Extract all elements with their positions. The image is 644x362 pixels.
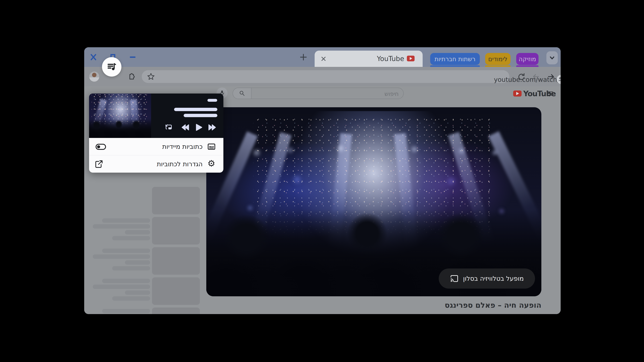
next-track-icon[interactable]: [208, 124, 216, 131]
window-close-icon[interactable]: [90, 53, 97, 61]
search-bar[interactable]: חיפוש: [232, 88, 404, 99]
media-controls-icon: [106, 61, 117, 72]
skeleton-list-item: [89, 217, 200, 245]
cast-toast[interactable]: מופעל בטלוויזיה בסלון: [439, 269, 535, 289]
live-captions-icon: [207, 142, 216, 151]
caption-settings-label: הגדרות לכתוביות: [157, 160, 202, 168]
live-captions-label: כתוביות מיידיות: [162, 143, 202, 150]
tab-strip: YouTube רשתות חברתיות לימודים מוזיקה: [84, 47, 561, 67]
chevron-down-icon: [549, 54, 556, 61]
captions-section: כתוביות מיידיות ⚙ הגדרות לכתוביות: [89, 138, 224, 173]
media-controls-popup: כתוביות מיידיות ⚙ הגדרות לכתוביות: [89, 93, 224, 173]
settings-gear-icon: ⚙: [208, 158, 215, 168]
tab-search-button[interactable]: [546, 51, 558, 64]
media-controls-button[interactable]: [102, 57, 122, 77]
picture-in-picture-icon[interactable]: [164, 123, 173, 132]
profile-avatar[interactable]: [89, 71, 99, 82]
skeleton-title-bar: [174, 108, 217, 111]
skeleton-artist-bar: [184, 114, 217, 117]
cast-toast-label: מופעל בטלוויזיה בסלון: [463, 275, 524, 282]
tab-group-music[interactable]: מוזיקה: [516, 53, 538, 65]
caption-settings-row[interactable]: ⚙ הגדרות לכתוביות: [89, 155, 224, 173]
extensions-puzzle-icon[interactable]: [127, 72, 135, 81]
skeleton-thumbnail: [152, 217, 200, 245]
new-tab-button[interactable]: [299, 53, 308, 61]
tab-group-music-underline: [516, 65, 538, 67]
tab-group-studies[interactable]: לימודים: [485, 53, 510, 65]
album-art: [89, 93, 151, 138]
youtube-logo-icon[interactable]: [513, 90, 522, 96]
search-icon: [239, 90, 245, 97]
skeleton-thumbnail: [152, 308, 200, 314]
open-in-new-icon: [95, 160, 103, 168]
video-title: הופעה חיה – פאלם ספרינגס: [206, 301, 541, 309]
window-minimize-icon[interactable]: [129, 53, 136, 61]
skeleton-thumbnail: [152, 187, 200, 214]
skeleton-list-item: [89, 277, 200, 305]
youtube-favicon-icon: [407, 56, 414, 61]
previous-track-icon[interactable]: [182, 124, 190, 131]
tab-group-social[interactable]: רשתות חברתיות: [430, 53, 480, 65]
skeleton-thumbnail: [152, 247, 200, 275]
hamburger-menu-icon[interactable]: [547, 91, 554, 96]
play-icon[interactable]: [196, 123, 203, 131]
browser-toolbar: youtube.com/watch/: [84, 67, 561, 86]
tab-group-social-underline: [430, 65, 480, 67]
address-bar[interactable]: youtube.com/watch/: [142, 70, 509, 83]
live-captions-row[interactable]: כתוביות מיידיות: [89, 138, 224, 155]
forward-arrow-icon[interactable]: [532, 72, 540, 81]
video-player[interactable]: מופעל בטלוויזיה בסלון: [206, 107, 541, 296]
cast-icon: [450, 275, 459, 282]
skeleton-source-bar: [208, 99, 217, 102]
skeleton-thumbnail: [152, 277, 200, 305]
active-tab[interactable]: YouTube: [314, 51, 422, 67]
tune-icon: [558, 76, 561, 82]
skeleton-list-item: [89, 247, 200, 275]
concert-scene: [206, 107, 541, 296]
now-playing-card[interactable]: [89, 93, 224, 138]
tab-title: YouTube: [377, 55, 404, 62]
search-button[interactable]: [233, 88, 252, 99]
skeleton-list-item: [89, 308, 200, 314]
related-videos-skeleton: [89, 187, 200, 314]
tab-group-studies-underline: [485, 65, 510, 67]
tab-close-icon[interactable]: [321, 56, 326, 62]
skeleton-list-item: [89, 187, 200, 214]
live-captions-toggle[interactable]: [96, 144, 106, 150]
reload-icon[interactable]: [517, 72, 526, 81]
back-arrow-icon[interactable]: [547, 72, 555, 81]
browser-window: YouTube רשתות חברתיות לימודים מוזיקה you…: [84, 47, 561, 314]
bookmark-star-icon[interactable]: [147, 72, 155, 81]
search-placeholder[interactable]: חיפוש: [384, 90, 399, 97]
